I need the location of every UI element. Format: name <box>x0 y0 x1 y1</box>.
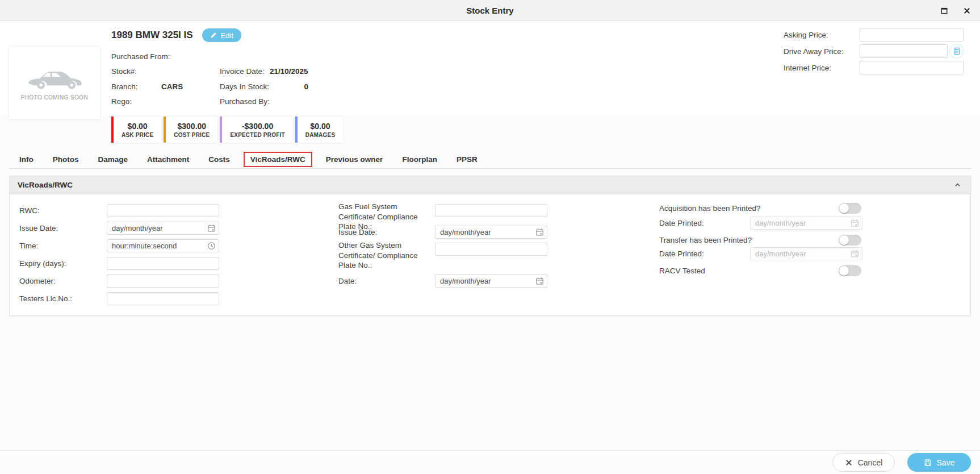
chevron-up-icon <box>954 181 961 189</box>
gas-cert-input[interactable] <box>435 204 547 217</box>
drive-away-price-input[interactable] <box>860 44 948 58</box>
stock-entry-window: Stock Entry PHOTO COMING SOON 1989 BMW 3… <box>0 0 980 474</box>
tab-ppsr[interactable]: PPSR <box>457 155 478 164</box>
window-title: Stock Entry <box>466 6 513 15</box>
tab-bar: Info Photos Damage Attachment Costs VicR… <box>9 150 971 169</box>
asking-price-label: Asking Price: <box>784 31 860 39</box>
collapse-panel-button[interactable] <box>952 180 962 190</box>
maximize-icon <box>940 7 948 15</box>
tab-costs[interactable]: Costs <box>208 155 230 164</box>
calendar-icon[interactable] <box>851 219 859 227</box>
days-in-stock-value: 0 <box>270 82 308 91</box>
testers-lic-input[interactable] <box>107 292 219 305</box>
other-gas-date-label: Date: <box>338 276 430 286</box>
stock-number-label: Stock#: <box>111 67 161 76</box>
damages-label: DAMAGES <box>305 131 336 139</box>
transfer-date-printed-input[interactable] <box>750 247 862 260</box>
rego-label: Rego: <box>111 97 161 106</box>
racv-tested-toggle[interactable] <box>839 265 861 276</box>
testers-lic-label: Testers Lic.No.: <box>19 294 107 304</box>
branch-label: Branch: <box>111 82 161 91</box>
vehicle-info: Purchased From: Stock#: Invoice Date: 21… <box>111 49 308 109</box>
summary-damages: $0.00 DAMAGES <box>295 117 344 143</box>
tab-info[interactable]: Info <box>19 155 33 164</box>
gas-issue-date-label: Issue Date: <box>338 227 430 238</box>
asking-price-input[interactable] <box>860 28 964 41</box>
vehicle-header: PHOTO COMING SOON 1989 BMW 325I IS Edit … <box>0 21 980 115</box>
other-gas-cert-input[interactable] <box>435 243 547 256</box>
ask-price-value: $0.00 <box>128 121 148 131</box>
photo-caption: PHOTO COMING SOON <box>21 94 88 101</box>
save-button-label: Save <box>937 458 955 467</box>
calendar-icon[interactable] <box>535 228 544 236</box>
edit-button[interactable]: Edit <box>202 28 241 42</box>
other-gas-cert-label: Other Gas System Certificate/ Compliance… <box>338 240 430 271</box>
clock-icon[interactable] <box>207 242 216 250</box>
panel-title: VicRoads/RWC <box>18 181 73 189</box>
issue-date-input[interactable] <box>107 222 219 235</box>
other-gas-date-input[interactable] <box>435 275 547 288</box>
titlebar: Stock Entry <box>0 0 980 21</box>
invoice-date-label: Invoice Date: <box>220 67 270 76</box>
odometer-label: Odometer: <box>19 276 107 286</box>
acquisition-printed-label: Acquisition has been Printed? <box>659 203 790 214</box>
internet-price-label: Internet Price: <box>784 64 860 72</box>
calculator-icon <box>953 47 961 55</box>
days-in-stock-label: Days In Stock: <box>220 82 270 91</box>
transfer-printed-toggle[interactable] <box>839 235 861 246</box>
car-icon <box>23 65 86 91</box>
save-floppy-icon <box>924 459 932 467</box>
close-button[interactable] <box>962 6 972 16</box>
expected-profit-label: EXPECTED PROFIT <box>230 131 284 139</box>
purchased-by-label: Purchased By: <box>220 97 270 106</box>
ask-price-label: ASK PRICE <box>122 131 153 139</box>
toggle-knob <box>839 203 849 213</box>
save-button[interactable]: Save <box>907 453 971 472</box>
vehicle-photo-placeholder: PHOTO COMING SOON <box>9 47 100 119</box>
cost-price-label: COST PRICE <box>174 131 210 139</box>
price-fields: Asking Price: Drive Away Price: Internet… <box>784 28 971 77</box>
edit-button-label: Edit <box>221 31 233 40</box>
cancel-button-label: Cancel <box>858 458 883 467</box>
rwc-input[interactable] <box>107 204 219 217</box>
tab-photos[interactable]: Photos <box>53 155 79 164</box>
close-icon <box>963 7 971 15</box>
gas-issue-date-input[interactable] <box>435 226 547 239</box>
tab-attachment[interactable]: Attachment <box>147 155 189 164</box>
transfer-printed-label: Transfer has been Printed? <box>659 235 790 246</box>
internet-price-input[interactable] <box>860 61 964 74</box>
toggle-knob <box>839 266 849 276</box>
odometer-input[interactable] <box>107 275 219 288</box>
time-input[interactable] <box>107 239 219 252</box>
window-controls <box>939 0 972 21</box>
cancel-x-icon <box>845 459 853 467</box>
vehicle-title: 1989 BMW 325I IS <box>111 30 193 41</box>
price-summary: $0.00 ASK PRICE $300.00 COST PRICE -$300… <box>111 117 343 143</box>
panel-body: RWC: Issue Date: Time: <box>10 194 970 315</box>
expected-profit-value: -$300.00 <box>242 121 273 131</box>
cancel-button[interactable]: Cancel <box>832 453 895 472</box>
tab-floorplan[interactable]: Floorplan <box>402 155 437 164</box>
expiry-days-label: Expiry (days): <box>19 259 107 269</box>
drive-away-price-label: Drive Away Price: <box>784 47 860 56</box>
summary-cost-price: $300.00 COST PRICE <box>164 117 217 143</box>
purchased-from-label: Purchased From: <box>111 52 170 61</box>
branch-value: CARS <box>161 82 220 91</box>
summary-ask-price: $0.00 ASK PRICE <box>111 117 161 143</box>
acquisition-date-printed-input[interactable] <box>750 217 862 230</box>
expiry-days-input[interactable] <box>107 257 219 270</box>
acquisition-printed-toggle[interactable] <box>839 203 861 214</box>
vicroads-rwc-panel: VicRoads/RWC RWC: Issue Date: <box>9 176 971 316</box>
damages-value: $0.00 <box>310 121 330 131</box>
tab-damage[interactable]: Damage <box>98 155 128 164</box>
rwc-column: RWC: Issue Date: Time: <box>19 204 219 310</box>
panel-header: VicRoads/RWC <box>10 176 970 194</box>
calendar-icon[interactable] <box>851 250 859 258</box>
tab-previous-owner[interactable]: Previous owner <box>326 155 383 164</box>
calendar-icon[interactable] <box>207 224 216 232</box>
tab-vicroads-rwc[interactable]: VicRoads/RWC <box>244 152 312 167</box>
drive-away-calculator-button[interactable] <box>949 44 964 59</box>
toggle-knob <box>839 235 849 245</box>
maximize-button[interactable] <box>939 6 949 16</box>
calendar-icon[interactable] <box>535 277 544 285</box>
